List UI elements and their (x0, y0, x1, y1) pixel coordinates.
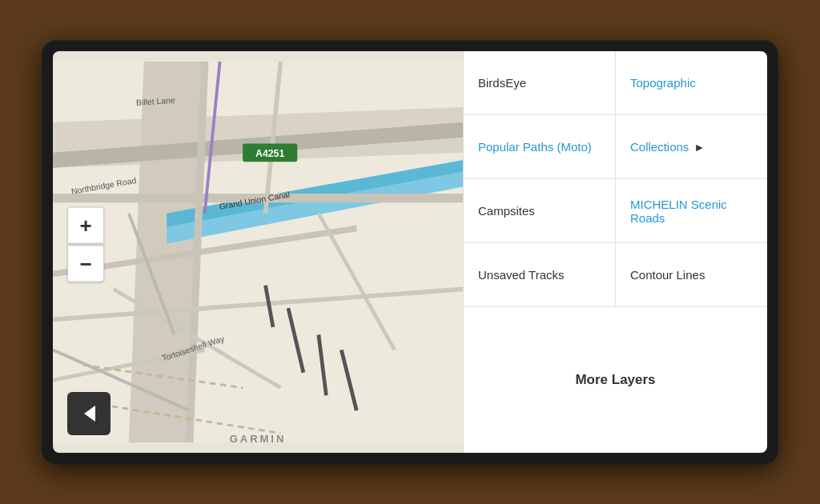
collections-arrow-icon: ► (693, 141, 705, 154)
map-area: A4251 Billet Lane Northbridge Road Grand… (53, 51, 463, 453)
panel-row-1: BirdsEye Topographic (464, 51, 767, 115)
map-zoom-controls: + − (67, 207, 104, 282)
campsites-cell[interactable]: Campsites (464, 179, 616, 242)
panel-row-2: Popular Paths (Moto) Collections ► (464, 115, 767, 179)
back-button[interactable] (67, 392, 111, 435)
topographic-cell[interactable]: Topographic (616, 51, 767, 114)
panel-row-3: Campsites MICHELIN Scenic Roads (464, 179, 767, 243)
unsaved-tracks-cell[interactable]: Unsaved Tracks (464, 243, 616, 306)
more-layers-button[interactable]: More Layers (464, 307, 767, 453)
collections-cell[interactable]: Collections ► (616, 115, 767, 178)
svg-text:A4251: A4251 (255, 148, 284, 159)
layers-panel: BirdsEye Topographic Popular Paths (Moto… (463, 51, 767, 453)
popular-paths-cell[interactable]: Popular Paths (Moto) (464, 115, 616, 178)
panel-row-4: Unsaved Tracks Contour Lines (464, 243, 767, 307)
zoom-in-button[interactable]: + (67, 207, 104, 244)
brand-logo: GARMIN (230, 433, 287, 445)
michelin-cell[interactable]: MICHELIN Scenic Roads (616, 179, 767, 242)
zoom-out-button[interactable]: − (67, 246, 104, 282)
contour-lines-cell[interactable]: Contour Lines (616, 243, 767, 306)
birdseye-cell[interactable]: BirdsEye (464, 51, 616, 114)
garmin-device: A4251 Billet Lane Northbridge Road Grand… (42, 40, 778, 464)
screen: A4251 Billet Lane Northbridge Road Grand… (53, 51, 767, 453)
svg-marker-30 (84, 406, 95, 422)
collections-cell-content: Collections ► (630, 140, 705, 154)
